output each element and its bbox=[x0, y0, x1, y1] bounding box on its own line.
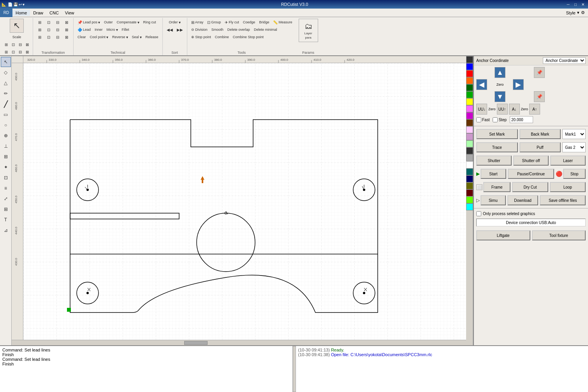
color-darkgreen[interactable] bbox=[466, 84, 473, 91]
transform-btn-6[interactable]: ⊡ bbox=[44, 26, 53, 33]
status-splitter[interactable] bbox=[293, 346, 296, 392]
ring-cut-btn[interactable]: Ring cut bbox=[142, 19, 158, 26]
color-green[interactable] bbox=[466, 91, 473, 98]
nav-up-btn[interactable]: ▲ bbox=[495, 67, 505, 78]
step-checkbox[interactable] bbox=[493, 117, 498, 122]
transform-btn-3[interactable]: ⊟ bbox=[53, 19, 62, 26]
tool-fixture-btn[interactable]: Tool fixture bbox=[532, 230, 586, 240]
layer-para-btn[interactable]: 🗂 Layer para bbox=[299, 19, 318, 42]
rect-left-btn[interactable]: ▭ bbox=[1, 109, 11, 120]
z-up-btn[interactable]: UU↑ bbox=[497, 104, 508, 115]
color-orange[interactable] bbox=[466, 77, 473, 84]
color-lightpink[interactable] bbox=[466, 126, 473, 133]
close-button[interactable]: ✕ bbox=[579, 2, 586, 7]
color-mauve[interactable] bbox=[466, 133, 473, 140]
corner-left-btn[interactable]: ⊿ bbox=[1, 225, 11, 235]
reverse-btn[interactable]: Reverse▾ bbox=[111, 34, 130, 41]
compensate-btn[interactable]: Compensate▾ bbox=[115, 19, 141, 26]
sort-next-btn[interactable]: ▶▶ bbox=[175, 26, 185, 33]
a-down-btn[interactable]: A↓ bbox=[509, 104, 520, 115]
transform-btn-4[interactable]: ⊠ bbox=[62, 19, 71, 26]
laser-btn[interactable]: Laser bbox=[550, 155, 586, 166]
menu-home[interactable]: Home bbox=[12, 10, 30, 16]
menu-view[interactable]: View bbox=[62, 10, 77, 16]
cool-point-btn[interactable]: Cool point▾ bbox=[88, 34, 110, 41]
color-gray[interactable] bbox=[466, 154, 473, 161]
transform-btn-7[interactable]: ⊟ bbox=[53, 26, 62, 33]
release-btn[interactable]: Release bbox=[144, 34, 160, 41]
minimize-button[interactable]: ─ bbox=[565, 2, 572, 7]
shutter-off-btn[interactable]: Shutter off bbox=[513, 155, 549, 166]
group-btn[interactable]: ⊡Group bbox=[206, 19, 222, 26]
trace-btn[interactable]: Trace bbox=[476, 142, 518, 152]
color-brown[interactable] bbox=[466, 119, 473, 126]
tb-small-5[interactable]: ⊞ bbox=[3, 48, 9, 55]
smooth-btn[interactable]: Smooth bbox=[210, 26, 225, 33]
frame-btn[interactable]: Frame bbox=[483, 182, 511, 192]
loop-btn[interactable]: Loop bbox=[550, 182, 586, 192]
only-process-checkbox[interactable] bbox=[476, 211, 481, 216]
inner-btn[interactable]: Inner bbox=[93, 26, 104, 33]
sort-prev-btn[interactable]: ◀◀ bbox=[165, 26, 174, 33]
color-red[interactable] bbox=[466, 70, 473, 77]
color-maroon[interactable] bbox=[466, 189, 473, 196]
download-btn[interactable]: Download bbox=[507, 195, 539, 205]
box-left-btn[interactable]: ⊡ bbox=[1, 173, 11, 183]
color-teal[interactable] bbox=[466, 168, 473, 175]
style-dropdown[interactable]: ▾ bbox=[577, 10, 579, 15]
scale-btn[interactable]: Scale bbox=[3, 34, 30, 41]
text-left-btn[interactable]: T bbox=[1, 215, 11, 225]
fly-cut-btn[interactable]: ✈Fly cut bbox=[223, 19, 241, 26]
menu-cnc[interactable]: CNC bbox=[46, 10, 62, 16]
scroll-thumb-h[interactable] bbox=[184, 341, 208, 345]
step-input[interactable] bbox=[510, 116, 533, 123]
titlebar-file-icons[interactable]: 📄 💾 ↩ ▾ bbox=[8, 2, 25, 7]
delete-overlap-btn[interactable]: Delete overlap bbox=[226, 26, 252, 33]
anchor-coord-select[interactable]: Anchor Coordinate bbox=[543, 57, 586, 64]
maximize-button[interactable]: □ bbox=[572, 2, 579, 7]
color-olive[interactable] bbox=[466, 182, 473, 189]
nav-down-btn[interactable]: ▼ bbox=[495, 91, 505, 102]
back-mark-btn[interactable]: Back Mark bbox=[519, 129, 561, 139]
color-pink[interactable] bbox=[466, 105, 473, 112]
measure-left-btn[interactable]: ⊥ bbox=[1, 141, 11, 151]
fast-checkbox[interactable] bbox=[476, 117, 481, 122]
order-btn[interactable]: Order▾ bbox=[167, 19, 182, 26]
liftgate-btn[interactable]: Liftgate bbox=[476, 230, 530, 240]
menu-draw[interactable]: Draw bbox=[30, 10, 46, 16]
grid-left-btn[interactable]: ⊞ bbox=[1, 152, 11, 162]
transform-btn-9[interactable]: ⊞ bbox=[35, 34, 44, 41]
tb-small-6[interactable]: ⊡ bbox=[10, 48, 16, 55]
gas-select[interactable]: Gas 1 Gas 2 Gas 3 bbox=[562, 142, 586, 152]
array-btn[interactable]: ⊞Array bbox=[190, 19, 205, 26]
pause-continue-btn[interactable]: Pause/Continue bbox=[508, 169, 554, 179]
lead-pos-btn[interactable]: 📌Lead pos▾ bbox=[76, 19, 102, 26]
color-yellow[interactable] bbox=[466, 98, 473, 105]
puff-btn[interactable]: Puff bbox=[519, 142, 561, 152]
circle-left-btn[interactable]: ○ bbox=[1, 120, 11, 130]
new-icon[interactable]: 📄 bbox=[8, 2, 12, 7]
shutter-btn[interactable]: Shutter bbox=[476, 155, 512, 166]
nav-left-btn[interactable]: ◀ bbox=[476, 79, 487, 90]
list-left-btn[interactable]: ≡ bbox=[1, 183, 11, 193]
status-link-1[interactable]: Open file: C:\Users\yokota\Documents\SPC… bbox=[331, 352, 432, 357]
simu-btn[interactable]: Simu bbox=[481, 195, 506, 205]
a-up-btn[interactable]: A↑ bbox=[529, 104, 540, 115]
lead-btn[interactable]: 🔷Lead bbox=[76, 26, 92, 33]
seal-btn[interactable]: Seal▾ bbox=[130, 34, 143, 41]
star-left-btn[interactable]: ✦ bbox=[1, 162, 11, 172]
transform-btn-5[interactable]: ⊞ bbox=[35, 26, 44, 33]
bridge-btn[interactable]: Bridge bbox=[257, 19, 271, 26]
combine-btn[interactable]: Combine bbox=[213, 34, 231, 41]
scrollbar-horizontal[interactable] bbox=[12, 340, 466, 345]
line-left-btn[interactable]: ╱ bbox=[1, 99, 11, 109]
color-black[interactable] bbox=[466, 56, 473, 63]
save-icon[interactable]: 💾 bbox=[13, 2, 18, 7]
style-icon[interactable]: ⚙ bbox=[581, 10, 585, 15]
tb-small-3[interactable]: ⊟ bbox=[17, 41, 23, 48]
color-lime[interactable] bbox=[466, 196, 473, 203]
color-purple[interactable] bbox=[466, 112, 473, 119]
z-down-btn[interactable]: UU↓ bbox=[476, 104, 487, 115]
color-blue[interactable] bbox=[466, 63, 473, 70]
outer-btn[interactable]: Outer bbox=[102, 19, 114, 26]
